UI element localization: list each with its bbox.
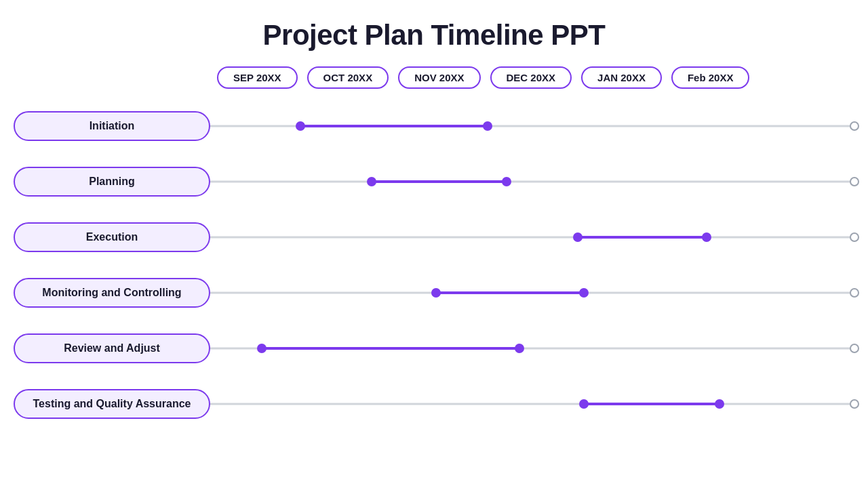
month-badge-1: OCT 20XX [307, 66, 389, 89]
segment-planning [372, 180, 507, 183]
end-circle-testing [850, 399, 859, 409]
segment-monitoring [436, 291, 585, 294]
bar-area-review [210, 321, 854, 376]
track-testing [210, 403, 854, 405]
dot-start-review [257, 344, 267, 353]
end-circle-planning [850, 177, 859, 186]
end-circle-execution [850, 232, 859, 242]
row-label-planning: Planning [14, 167, 210, 197]
timeline-row-initiation: Initiation [14, 98, 854, 154]
row-label-testing: Testing and Quality Assurance [14, 389, 210, 420]
track-execution [210, 237, 854, 239]
row-label-monitoring: Monitoring and Controlling [14, 278, 210, 308]
timeline-row-review: Review and Adjust [14, 321, 854, 376]
dot-end-planning [502, 177, 511, 186]
bar-area-execution [210, 209, 854, 265]
end-circle-initiation [850, 121, 859, 131]
row-label-review: Review and Adjust [14, 333, 210, 364]
timeline-row-monitoring: Monitoring and Controlling [14, 265, 854, 321]
dot-end-review [515, 344, 524, 353]
dot-start-planning [367, 177, 376, 186]
segment-testing [584, 403, 719, 405]
month-badge-2: NOV 20XX [398, 66, 480, 89]
dot-start-testing [579, 399, 589, 409]
end-circle-monitoring [850, 288, 859, 298]
month-badge-5: Feb 20XX [671, 66, 750, 89]
end-circle-review [850, 344, 859, 353]
dot-end-initiation [483, 121, 492, 131]
timeline-row-testing: Testing and Quality Assurance [14, 376, 854, 432]
dot-start-initiation [296, 121, 305, 131]
segment-initiation [300, 125, 488, 127]
bar-area-initiation [210, 98, 854, 154]
month-badge-4: JAN 20XX [581, 66, 662, 89]
page-title: Project Plan Timeline PPT [263, 19, 606, 52]
timeline-row-planning: Planning [14, 154, 854, 209]
track-planning [210, 181, 854, 183]
row-label-initiation: Initiation [14, 111, 210, 142]
dot-start-monitoring [431, 288, 441, 298]
timeline-row-execution: Execution [14, 209, 854, 265]
month-badge-0: SEP 20XX [217, 66, 298, 89]
dot-end-testing [715, 399, 724, 409]
bar-area-planning [210, 154, 854, 209]
month-badge-3: DEC 20XX [490, 66, 572, 89]
dot-end-monitoring [579, 288, 589, 298]
row-label-execution: Execution [14, 222, 210, 253]
bar-area-monitoring [210, 265, 854, 321]
months-row: SEP 20XXOCT 20XXNOV 20XXDEC 20XXJAN 20XX… [217, 66, 861, 89]
bar-area-testing [210, 376, 854, 432]
timeline-container: InitiationPlanningExecutionMonitoring an… [14, 98, 854, 432]
segment-execution [578, 236, 707, 239]
dot-end-execution [702, 232, 711, 242]
dot-start-execution [573, 232, 583, 242]
segment-review [262, 347, 519, 350]
